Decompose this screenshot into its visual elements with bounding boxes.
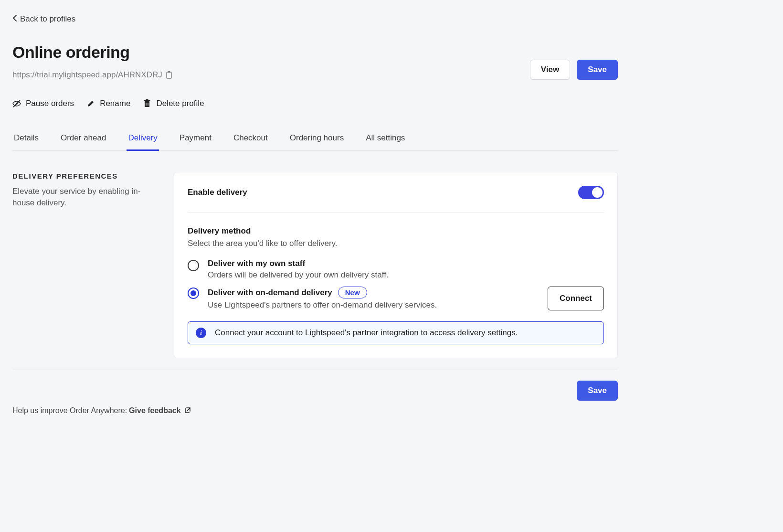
- external-link-icon: [185, 407, 191, 415]
- tab-checkout[interactable]: Checkout: [232, 129, 269, 150]
- feedback-link-text: Give feedback: [129, 406, 181, 415]
- clipboard-icon[interactable]: [165, 71, 173, 79]
- tab-ordering-hours[interactable]: Ordering hours: [288, 129, 345, 150]
- delete-profile-button[interactable]: Delete profile: [143, 99, 204, 108]
- svg-rect-6: [146, 99, 148, 100]
- info-banner-text: Connect your account to Lightspeed's par…: [215, 328, 518, 338]
- chevron-left-icon: [12, 15, 17, 23]
- pause-orders-button[interactable]: Pause orders: [12, 99, 74, 108]
- radio-label-on-demand: Deliver with on-demand delivery: [208, 288, 332, 298]
- badge-new: New: [338, 287, 367, 298]
- back-to-profiles-link[interactable]: Back to profiles: [12, 14, 75, 24]
- tab-delivery[interactable]: Delivery: [127, 129, 159, 150]
- radio-label-own-staff: Deliver with my own staff: [208, 259, 305, 268]
- delete-profile-label: Delete profile: [156, 99, 204, 108]
- tab-order-ahead[interactable]: Order ahead: [59, 129, 107, 150]
- profile-url: https://trial.mylightspeed.app/AHRNXDRJ: [12, 70, 162, 80]
- svg-rect-1: [168, 71, 170, 73]
- info-icon: i: [196, 328, 206, 338]
- save-button-bottom[interactable]: Save: [577, 381, 618, 401]
- radio-on-demand[interactable]: [188, 287, 199, 299]
- radio-desc-on-demand: Use Lightspeed's partners to offer on-de…: [208, 300, 604, 310]
- back-label: Back to profiles: [20, 14, 75, 24]
- toggle-knob: [592, 187, 603, 198]
- view-button[interactable]: View: [530, 60, 570, 80]
- save-button[interactable]: Save: [577, 60, 618, 80]
- give-feedback-link[interactable]: Give feedback: [129, 406, 191, 415]
- tab-all-settings[interactable]: All settings: [364, 129, 406, 150]
- svg-rect-5: [144, 100, 150, 101]
- connect-button[interactable]: Connect: [548, 287, 604, 310]
- enable-delivery-label: Enable delivery: [188, 188, 247, 197]
- radio-own-staff[interactable]: [188, 260, 199, 271]
- feedback-prefix: Help us improve Order Anywhere:: [12, 406, 127, 415]
- rename-button[interactable]: Rename: [86, 99, 130, 108]
- pencil-icon: [86, 99, 95, 108]
- delivery-card: Enable delivery Delivery method Select t…: [174, 172, 618, 358]
- delivery-method-title: Delivery method: [188, 226, 604, 236]
- radio-desc-own-staff: Orders will be delivered by your own del…: [208, 270, 604, 280]
- delivery-method-subtitle: Select the area you'd like to offer deli…: [188, 239, 604, 248]
- section-label: DELIVERY PREFERENCES: [12, 172, 162, 180]
- tab-details[interactable]: Details: [12, 129, 40, 150]
- page-title: Online ordering: [12, 43, 173, 62]
- tab-payment[interactable]: Payment: [178, 129, 213, 150]
- section-description: Elevate your service by enabling in-hous…: [12, 186, 162, 209]
- svg-rect-0: [167, 72, 171, 78]
- pause-orders-label: Pause orders: [26, 99, 74, 108]
- enable-delivery-toggle[interactable]: [578, 186, 604, 199]
- trash-icon: [143, 99, 151, 108]
- divider: [12, 370, 618, 370]
- tabs: DetailsOrder aheadDeliveryPaymentCheckou…: [12, 129, 618, 151]
- info-banner: i Connect your account to Lightspeed's p…: [188, 321, 604, 344]
- svg-rect-4: [145, 101, 149, 107]
- eye-off-icon: [12, 99, 21, 108]
- rename-label: Rename: [100, 99, 130, 108]
